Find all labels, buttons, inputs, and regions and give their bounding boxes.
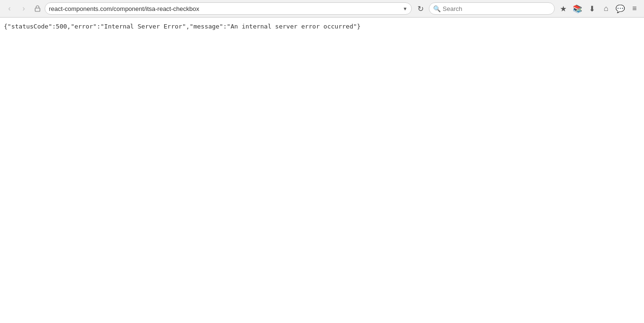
page-content: {"statusCode":500,"error":"Internal Serv… [0, 18, 644, 323]
share-button[interactable]: 💬 [614, 2, 627, 15]
reading-list-icon: 📚 [573, 4, 582, 13]
forward-icon: › [22, 4, 25, 13]
home-button[interactable]: ⌂ [599, 2, 613, 15]
error-message: {"statusCode":500,"error":"Internal Serv… [4, 22, 640, 31]
toolbar: ‹ › ▼ ↻ 🔍 ★ [0, 0, 644, 17]
bookmark-icon: ★ [560, 4, 567, 13]
reload-icon: ↻ [417, 4, 424, 13]
download-button[interactable]: ⬇ [585, 2, 598, 15]
reading-list-button[interactable]: 📚 [571, 2, 584, 15]
address-dropdown-icon[interactable]: ▼ [403, 6, 407, 11]
back-icon: ‹ [8, 4, 10, 13]
address-bar-container[interactable]: ▼ [45, 2, 412, 15]
svg-rect-0 [35, 8, 40, 11]
browser-chrome: ‹ › ▼ ↻ 🔍 ★ [0, 0, 644, 18]
lock-icon [32, 3, 43, 14]
bookmark-button[interactable]: ★ [557, 2, 570, 15]
back-button[interactable]: ‹ [3, 2, 16, 15]
search-icon: 🔍 [433, 5, 441, 12]
share-icon: 💬 [616, 4, 625, 13]
address-bar[interactable] [49, 5, 401, 12]
forward-button[interactable]: › [17, 2, 30, 15]
nav-buttons: ‹ › [3, 2, 30, 15]
reload-button[interactable]: ↻ [414, 2, 427, 15]
menu-icon: ≡ [632, 4, 636, 13]
download-icon: ⬇ [589, 4, 595, 13]
search-input[interactable] [443, 5, 550, 12]
home-icon: ⌂ [604, 4, 608, 13]
menu-button[interactable]: ≡ [628, 2, 641, 15]
toolbar-actions: ★ 📚 ⬇ ⌂ 💬 ≡ [557, 2, 641, 15]
search-bar-container[interactable]: 🔍 [429, 2, 555, 15]
